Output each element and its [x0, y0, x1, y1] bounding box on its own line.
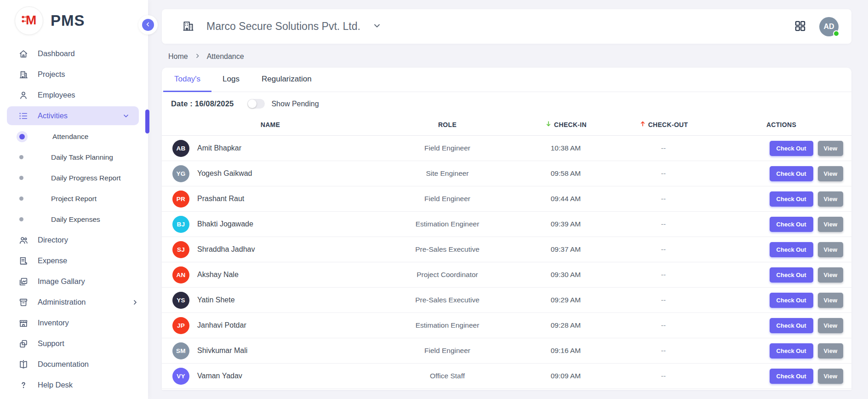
avatar: AN — [172, 266, 189, 283]
breadcrumb-home[interactable]: Home — [168, 52, 188, 61]
view-button[interactable]: View — [818, 267, 843, 283]
check-out-time: -- — [608, 271, 719, 279]
sidebar-item-employees[interactable]: Employees — [0, 85, 148, 105]
check-out-button[interactable]: Check Out — [770, 166, 813, 181]
sidebar-subitem-daily-expenses[interactable]: Daily Expenses — [0, 209, 148, 230]
chevron-right-icon — [131, 299, 139, 306]
avatar: AB — [172, 140, 189, 157]
check-out-button[interactable]: Check Out — [770, 343, 813, 359]
view-button[interactable]: View — [818, 191, 843, 207]
bullet-dot-icon — [19, 217, 23, 221]
sidebar-item-image-gallary[interactable]: Image Gallary — [0, 271, 148, 292]
sidebar-item-label: Inventory — [38, 318, 69, 327]
sidebar-item-projects[interactable]: Projects — [0, 64, 148, 85]
check-out-button[interactable]: Check Out — [770, 318, 813, 333]
date-label: Date : 16/08/2025 — [171, 99, 234, 108]
view-button[interactable]: View — [818, 217, 843, 232]
copy-icon — [18, 339, 29, 349]
people-icon — [18, 235, 29, 245]
cell-actions: Check OutView — [719, 191, 844, 207]
sidebar-item-label: Help Desk — [38, 381, 73, 389]
sidebar-item-help-desk[interactable]: Help Desk — [0, 375, 148, 395]
cell-actions: Check OutView — [719, 141, 844, 156]
employee-name: Bhakti Jogawade — [197, 220, 253, 228]
chevron-left-icon — [145, 21, 151, 29]
sidebar-item-expense[interactable]: Expense — [0, 250, 148, 271]
cell-name: JPJanhavi Potdar — [169, 317, 371, 334]
bullet-dot-icon — [19, 176, 23, 180]
check-out-button[interactable]: Check Out — [770, 217, 813, 232]
sidebar-item-dashboard[interactable]: Dashboard — [0, 43, 148, 64]
column-check-out[interactable]: CHECK-OUT — [608, 120, 719, 129]
employee-name: Shivkumar Mali — [197, 347, 247, 355]
check-out-button[interactable]: Check Out — [770, 267, 813, 283]
avatar: YS — [172, 292, 189, 309]
office-building-icon — [182, 19, 194, 34]
apps-grid-button[interactable] — [794, 20, 806, 34]
cell-actions: Check OutView — [719, 293, 844, 308]
column-name[interactable]: NAME — [169, 121, 371, 128]
show-pending-toggle[interactable] — [247, 99, 265, 109]
user-avatar[interactable]: AD — [819, 17, 839, 36]
view-button[interactable]: View — [818, 293, 843, 308]
cell-name: YGYogesh Gaikwad — [169, 165, 371, 182]
sidebar-item-label: Expense — [38, 256, 67, 265]
view-button[interactable]: View — [818, 369, 843, 384]
employee-role: Field Engineer — [371, 144, 523, 152]
sidebar-subitem-label: Daily Task Planning — [51, 153, 113, 162]
sidebar-item-label: Employees — [38, 91, 75, 99]
main-area: Marco Secure Solutions Pvt. Ltd. AD Home — [148, 0, 868, 399]
employee-role: Pre-Sales Executive — [371, 245, 523, 254]
sidebar-subitem-label: Daily Expenses — [51, 215, 100, 224]
column-check-in[interactable]: CHECK-IN — [523, 120, 608, 129]
sidebar-subitem-attendance[interactable]: Attendance — [0, 126, 148, 147]
check-out-button[interactable]: Check Out — [770, 141, 813, 156]
sidebar-nav: DashboardProjectsEmployeesActivitiesAtte… — [0, 39, 148, 395]
view-button[interactable]: View — [818, 318, 843, 333]
table-row: SJShraddha JadhavPre-Sales Executive09:3… — [162, 237, 851, 262]
bullet-dot-icon — [19, 197, 23, 201]
sidebar-item-inventory[interactable]: Inventory — [0, 312, 148, 333]
avatar: SJ — [172, 241, 189, 258]
view-button[interactable]: View — [818, 141, 843, 156]
check-out-time: -- — [608, 220, 719, 228]
sidebar-item-label: Dashboard — [38, 49, 75, 58]
sidebar-subitem-daily-progress-report[interactable]: Daily Progress Report — [0, 168, 148, 188]
view-button[interactable]: View — [818, 242, 843, 257]
check-out-button[interactable]: Check Out — [770, 369, 813, 384]
sidebar-subitem-project-report[interactable]: Project Report — [0, 188, 148, 209]
tab-todays[interactable]: Today's — [163, 68, 211, 92]
employee-role: Estimation Engineer — [371, 321, 523, 330]
company-selector[interactable]: Marco Secure Solutions Pvt. Ltd. — [182, 19, 382, 34]
cell-actions: Check OutView — [719, 242, 844, 257]
cell-actions: Check OutView — [719, 318, 844, 333]
sidebar-item-documentation[interactable]: Documentation — [0, 354, 148, 375]
check-out-button[interactable]: Check Out — [770, 191, 813, 207]
grid-icon — [794, 20, 806, 34]
employee-name: Yatin Shete — [197, 296, 235, 304]
logo-row: M PMS — [0, 0, 148, 39]
view-button[interactable]: View — [818, 166, 843, 181]
view-button[interactable]: View — [818, 343, 843, 359]
sidebar-item-support[interactable]: Support — [0, 333, 148, 354]
check-out-button[interactable]: Check Out — [770, 293, 813, 308]
sidebar-item-activities[interactable]: Activities — [7, 106, 139, 125]
sidebar-item-administration[interactable]: Administration — [0, 292, 148, 312]
top-header: Marco Secure Solutions Pvt. Ltd. AD — [162, 9, 851, 44]
person-icon — [18, 90, 29, 100]
employee-role: Field Engineer — [371, 347, 523, 355]
sidebar-subitem-daily-task-planning[interactable]: Daily Task Planning — [0, 147, 148, 168]
check-in-time: 09:44 AM — [523, 195, 608, 203]
check-out-time: -- — [608, 347, 719, 355]
sidebar-item-directory[interactable]: Directory — [0, 230, 148, 250]
employee-role: Field Engineer — [371, 195, 523, 203]
column-role[interactable]: ROLE — [371, 121, 523, 128]
tab-regularization[interactable]: Regularization — [251, 68, 323, 92]
check-out-time: -- — [608, 296, 719, 304]
sidebar-collapse-button[interactable] — [142, 19, 154, 31]
cell-name: BJBhakti Jogawade — [169, 216, 371, 233]
tab-logs[interactable]: Logs — [211, 68, 251, 92]
table-row: ANAkshay NaleProject Coordinator09:30 AM… — [162, 262, 851, 288]
check-in-time: 09:58 AM — [523, 169, 608, 178]
check-out-button[interactable]: Check Out — [770, 242, 813, 257]
